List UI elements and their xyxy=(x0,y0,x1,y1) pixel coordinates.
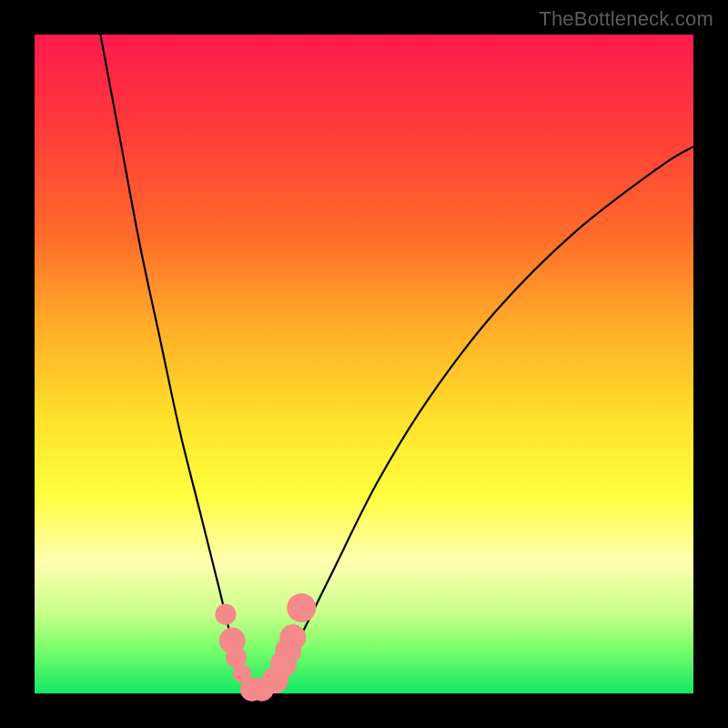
highlight-markers xyxy=(215,593,316,702)
marker-point xyxy=(287,593,316,622)
chart-svg xyxy=(35,35,693,693)
marker-point xyxy=(279,624,306,651)
chart-frame: TheBottleneck.com xyxy=(0,0,728,728)
bottleneck-curve-line xyxy=(100,35,693,693)
plot-area xyxy=(35,35,693,693)
watermark-text: TheBottleneck.com xyxy=(539,7,713,31)
marker-point xyxy=(215,604,236,625)
